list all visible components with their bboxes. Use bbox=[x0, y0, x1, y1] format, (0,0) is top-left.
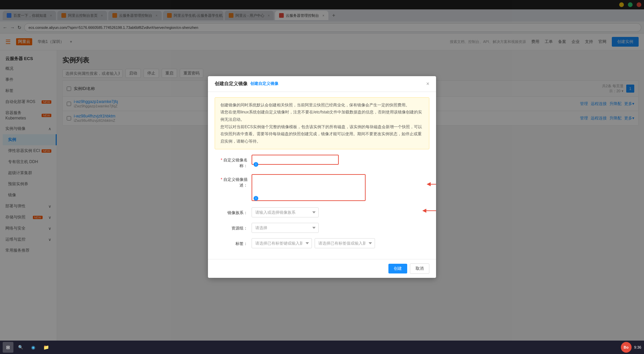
name-info-icon[interactable]: i bbox=[254, 162, 258, 167]
taskbar: ⊞ 🔍 ◉ 📁 Bo 9:36 bbox=[0, 341, 644, 354]
form-item-name: * 自定义镜像名称： i 必填 bbox=[215, 155, 429, 169]
dialog-title-text: 创建自定义镜像 bbox=[215, 81, 248, 87]
notice-line-1: 创建镜像的同时系统默认会创建相关快照，当前阿里云快照已经商业化，保有镜像会产生一… bbox=[220, 102, 424, 109]
dialog-body: 创建镜像的同时系统默认会创建相关快照，当前阿里云快照已经商业化，保有镜像会产生一… bbox=[208, 92, 436, 259]
dialog-close-button[interactable]: × bbox=[426, 81, 429, 87]
dialog-subtitle-link[interactable]: 创建自定义镜像 bbox=[250, 81, 278, 87]
image-desc-textarea[interactable] bbox=[252, 174, 366, 201]
tag-value-select[interactable]: 请选择已有标签值或输入新值 bbox=[315, 238, 375, 248]
form-control-name: i bbox=[252, 155, 429, 165]
arrow-default bbox=[421, 207, 436, 224]
notice-box: 创建镜像的同时系统默认会创建相关快照，当前阿里云快照已经商业化，保有镜像会产生一… bbox=[215, 97, 429, 150]
taskbar-right: Bo 9:36 bbox=[621, 342, 641, 353]
annotation-optional: 可选填，建议写上，好区分 bbox=[425, 181, 436, 188]
dialog-cancel-button[interactable]: 取消 bbox=[410, 263, 429, 274]
resource-group-select[interactable]: 请选择 bbox=[252, 223, 319, 233]
required-star-name: * bbox=[221, 158, 222, 162]
form-label-tags: 标签： bbox=[215, 238, 252, 247]
start-icon: ⊞ bbox=[6, 345, 10, 350]
browser-icon: ◉ bbox=[31, 345, 35, 350]
form-item-desc: * 自定义镜像描述： i 可选填，建议写上，好区分 bbox=[215, 174, 429, 202]
image-name-input[interactable] bbox=[252, 155, 339, 165]
image-family-select[interactable]: 请输入或选择镜像族系 bbox=[252, 207, 319, 217]
user-avatar-taskbar[interactable]: Bo bbox=[621, 342, 632, 353]
form-label-family: 镜像族系： bbox=[215, 207, 252, 216]
tags-row: 请选择已有标签键或输入新键 请选择已有标签值或输入新值 bbox=[252, 238, 429, 248]
form-control-family: 请输入或选择镜像族系 bbox=[252, 207, 429, 217]
form-label-resource: 资源组： bbox=[215, 223, 252, 231]
annotation-default: 不填，有默认的，所以不用管 bbox=[421, 207, 436, 224]
dialog-footer: 创建 取消 bbox=[208, 259, 436, 278]
taskbar-browser[interactable]: ◉ bbox=[28, 342, 39, 353]
dialog-title: 创建自定义镜像 创建自定义镜像 bbox=[215, 81, 278, 87]
modal-overlay: 创建自定义镜像 创建自定义镜像 × 创建镜像的同时系统默认会创建相关快照，当前阿… bbox=[0, 0, 644, 354]
form-label-name: * 自定义镜像名称： bbox=[215, 155, 252, 169]
notice-line-3: 您可以对当前ECS实例做个完整的镜像模板，包含该实例下的所有磁盘，该实例的每块磁… bbox=[220, 123, 424, 145]
form-item-tags: 标签： 请选择已有标签键或输入新键 请选择已有标签值或输入新值 bbox=[215, 238, 429, 248]
taskbar-clock: 9:36 bbox=[634, 345, 641, 349]
taskbar-search[interactable]: 🔍 bbox=[15, 342, 26, 353]
dialog-header: 创建自定义镜像 创建自定义镜像 × bbox=[208, 76, 436, 92]
required-star-desc: * bbox=[221, 177, 222, 182]
form-item-resource: 资源组： 请选择 bbox=[215, 223, 429, 233]
taskbar-start[interactable]: ⊞ bbox=[3, 342, 13, 353]
form-control-resource: 请选择 bbox=[252, 223, 429, 233]
notice-line-2: 请您在使用linux系统创建自定义镜像时，注意不要在/etc/fstab文件中加… bbox=[220, 109, 424, 123]
search-taskbar-icon: 🔍 bbox=[18, 345, 23, 350]
tag-key-select[interactable]: 请选择已有标签键或输入新键 bbox=[252, 238, 312, 248]
form-item-family: 镜像族系： 请输入或选择镜像族系 不填，有默认的，所以不用管 bbox=[215, 207, 429, 217]
form-label-desc: * 自定义镜像描述： bbox=[215, 174, 252, 188]
form-control-desc: i bbox=[252, 174, 429, 202]
folder-icon: 📁 bbox=[43, 345, 49, 350]
form-control-tags: 请选择已有标签键或输入新键 请选择已有标签值或输入新值 bbox=[252, 238, 429, 248]
create-image-dialog: 创建自定义镜像 创建自定义镜像 × 创建镜像的同时系统默认会创建相关快照，当前阿… bbox=[208, 76, 436, 278]
dialog-create-button[interactable]: 创建 bbox=[388, 264, 407, 273]
arrow-optional bbox=[425, 181, 436, 188]
taskbar-folder[interactable]: 📁 bbox=[40, 342, 52, 353]
